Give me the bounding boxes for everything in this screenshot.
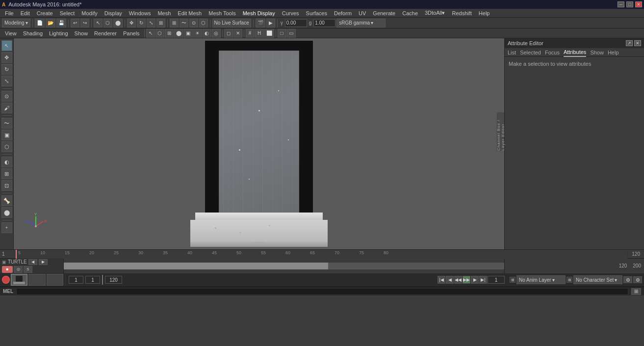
rotate-tool[interactable]: ↻ — [1, 64, 12, 75]
new-scene-button[interactable]: 📄 — [35, 19, 45, 27]
lighting-menu[interactable]: Lighting — [46, 30, 71, 37]
play-back-button[interactable]: ◀◀ — [454, 276, 462, 284]
skinning-tool[interactable]: ⬤ — [1, 207, 12, 218]
menu-file[interactable]: File — [2, 10, 17, 17]
thumb-1[interactable] — [11, 274, 27, 286]
select-tool[interactable]: ↖ — [1, 40, 12, 51]
snap-point-button[interactable]: ⊙ — [189, 19, 198, 27]
keyframe-track-area[interactable] — [64, 259, 504, 273]
wireframe-button[interactable]: ⊞ — [165, 29, 174, 38]
scale-tool[interactable]: ⤡ — [1, 76, 12, 86]
char-settings-button[interactable]: ⚙ — [633, 276, 642, 283]
lasso-select-button[interactable]: ⬡ — [103, 19, 112, 27]
panels-menu[interactable]: Panels — [120, 30, 143, 37]
paint-tools[interactable]: 🖌 — [1, 103, 12, 113]
maximize-button[interactable]: □ — [626, 1, 633, 7]
hud-button[interactable]: H — [255, 29, 264, 38]
record-button[interactable] — [2, 276, 10, 284]
menu-edit[interactable]: Edit — [18, 10, 33, 17]
nurbs-create[interactable]: ⬡ — [1, 141, 12, 152]
ipr-button[interactable]: ▶ — [266, 19, 275, 27]
prev-layer-button[interactable]: ◀ — [28, 259, 37, 265]
attr-tab-attributes[interactable]: Attributes — [564, 48, 586, 57]
snap-curve-button[interactable]: 〜 — [180, 19, 188, 27]
menu-windows[interactable]: Windows — [126, 10, 154, 17]
menu-mesh-display[interactable]: Mesh Display — [240, 10, 278, 17]
menu-generate[interactable]: Generate — [370, 10, 398, 17]
attr-tab-focus[interactable]: Focus — [545, 49, 560, 56]
expand-lt[interactable]: + — [1, 222, 12, 233]
minimize-button[interactable]: ─ — [618, 1, 624, 7]
curve-tool[interactable]: 〜 — [1, 118, 12, 129]
script-editor-button[interactable]: ⊞ — [631, 288, 641, 295]
menu-3dtoall[interactable]: 3DtoAll▾ — [422, 9, 448, 17]
channel-box-tab[interactable]: Channel Box / Layer Editor — [496, 112, 504, 151]
next-layer-button[interactable]: ▶ — [39, 259, 48, 265]
snap-grid-button[interactable]: ⊞ — [170, 19, 179, 27]
show-menu[interactable]: Show — [72, 30, 91, 37]
playhead[interactable] — [16, 250, 17, 259]
gamma-input[interactable] — [285, 19, 307, 27]
mel-input[interactable] — [16, 288, 628, 295]
viewport[interactable]: X Y Z persp — [14, 38, 504, 249]
lights-button[interactable]: ☀ — [193, 29, 202, 38]
current-frame-input[interactable] — [85, 276, 100, 284]
film-gate[interactable]: ▭ — [287, 29, 296, 38]
rotate-tool-button[interactable]: ↻ — [137, 19, 146, 27]
menu-mesh-tools[interactable]: Mesh Tools — [206, 10, 238, 17]
menu-modify[interactable]: Modify — [78, 10, 100, 17]
play-fwd-button[interactable]: ▶▶ — [463, 276, 470, 284]
anim-settings-button[interactable]: ⚙ — [623, 276, 632, 283]
menu-help[interactable]: Help — [476, 10, 493, 17]
isolate-button[interactable]: ◻ — [224, 29, 233, 38]
select-mask-button[interactable]: ↖ — [146, 29, 155, 38]
open-scene-button[interactable]: 📂 — [46, 19, 55, 27]
attr-tab-selected[interactable]: Selected — [520, 49, 541, 56]
undo-button[interactable]: ↩ — [71, 19, 79, 27]
char-set-dropdown[interactable]: No Character Set▾ — [573, 275, 622, 284]
colorspace-dropdown[interactable]: sRGB gamma▾ — [336, 19, 386, 27]
attr-tab-help[interactable]: Help — [608, 49, 619, 56]
texture-button[interactable]: ▣ — [184, 29, 193, 38]
menu-surfaces[interactable]: Surfaces — [303, 10, 330, 17]
component-mode-button[interactable]: ⬡ — [155, 29, 164, 38]
scale-tool-button[interactable]: ⤡ — [147, 19, 155, 27]
resolution-gate[interactable]: □ — [278, 29, 286, 38]
end-range-input[interactable] — [105, 276, 122, 284]
paint-select-button[interactable]: ⬤ — [113, 19, 123, 27]
attr-close-button[interactable]: ✕ — [634, 40, 641, 46]
close-button[interactable]: ✕ — [635, 1, 642, 7]
step-back-button[interactable]: ◀ — [446, 276, 454, 284]
menu-redshift[interactable]: Redshift — [449, 10, 474, 17]
menu-edit-mesh[interactable]: Edit Mesh — [175, 10, 205, 17]
anim-solo-button[interactable]: S — [24, 266, 32, 273]
anim-layer-icon[interactable]: ⊞ — [510, 277, 515, 283]
snap-surface-button[interactable]: ⬡ — [199, 19, 208, 27]
timeline-ruler[interactable]: 5 10 15 20 25 30 35 40 45 50 55 60 65 70… — [16, 250, 627, 259]
start-frame-input[interactable] — [69, 276, 83, 284]
ao-button[interactable]: ◎ — [212, 29, 221, 38]
deform-tool[interactable]: ⊞ — [1, 168, 12, 179]
select-tool-button[interactable]: ↖ — [94, 19, 103, 27]
menu-deform[interactable]: Deform — [331, 10, 355, 17]
timeline-scrub[interactable] — [102, 275, 103, 285]
attr-tab-list[interactable]: List — [508, 49, 516, 56]
shading-menu[interactable]: Shading — [20, 30, 46, 37]
menu-curves[interactable]: Curves — [279, 10, 302, 17]
menu-select[interactable]: Select — [57, 10, 78, 17]
menu-uv[interactable]: UV — [356, 10, 369, 17]
render-button[interactable]: 🎬 — [256, 19, 265, 27]
rigging-tool[interactable]: 🦴 — [1, 195, 12, 206]
soft-select[interactable]: ⊙ — [1, 91, 12, 102]
save-scene-button[interactable]: 💾 — [56, 19, 66, 27]
goto-end-button[interactable]: ▶| — [479, 276, 487, 284]
attr-float-button[interactable]: ↗ — [626, 40, 633, 46]
step-fwd-button[interactable]: ▶ — [471, 276, 479, 284]
shadows-button[interactable]: ◐ — [203, 29, 211, 38]
xray-button[interactable]: ✕ — [233, 29, 242, 38]
gain-input[interactable] — [313, 19, 335, 27]
thumb-2[interactable] — [28, 274, 45, 286]
goto-start-button[interactable]: |◀ — [438, 276, 445, 284]
no-live-surface-button[interactable]: No Live Surface — [212, 19, 251, 27]
renderer-menu[interactable]: Renderer — [91, 30, 120, 37]
